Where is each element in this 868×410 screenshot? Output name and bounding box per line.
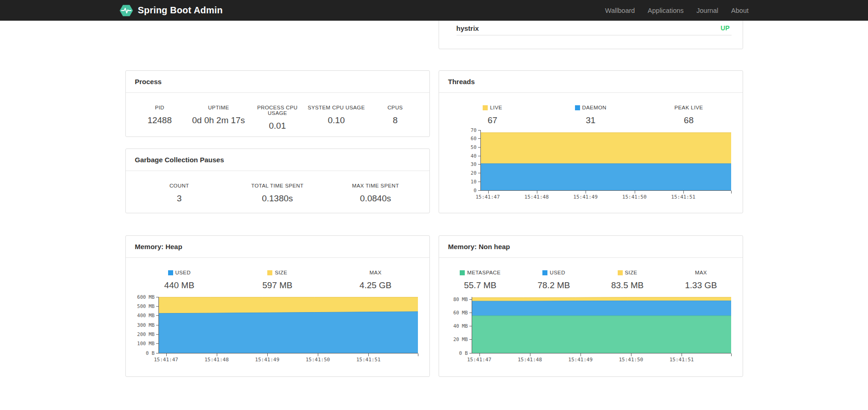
heap-card-title: Memory: Heap bbox=[135, 243, 182, 251]
y-axis-tick-label: 0 B bbox=[459, 351, 468, 356]
threads-card-title: Threads bbox=[448, 78, 475, 85]
metric-label: MAX bbox=[327, 270, 425, 275]
y-axis-tick-label: 600 MB bbox=[137, 295, 155, 300]
y-axis-tick-mark bbox=[156, 315, 159, 316]
right-column: hystrix UP Threads LIVE 67 bbox=[439, 21, 743, 377]
brand-link[interactable]: Spring Boot Admin bbox=[119, 4, 223, 17]
y-axis-tick-label: 20 MB bbox=[453, 337, 468, 342]
gc-card-title: Garbage Collection Pauses bbox=[135, 156, 224, 164]
brand-title: Spring Boot Admin bbox=[138, 5, 223, 16]
x-axis-tick-label: 15:41:51 bbox=[671, 194, 695, 200]
y-axis-tick-mark bbox=[478, 138, 481, 139]
x-axis-tick-label: 15:41:49 bbox=[573, 194, 597, 200]
legend-nonheap-max: MAX 1.33 GB bbox=[664, 270, 738, 290]
y-axis-tick-mark bbox=[478, 156, 481, 156]
y-axis-tick-label: 300 MB bbox=[137, 323, 155, 328]
y-axis-tick-label: 60 bbox=[471, 136, 477, 141]
metric-label: MAX bbox=[664, 270, 738, 275]
chart-plot-area: 0 B20 MB40 MB60 MB80 MB bbox=[472, 297, 731, 353]
legend-nonheap-size: SIZE 83.5 MB bbox=[591, 270, 664, 290]
y-axis-tick-mark bbox=[469, 339, 472, 340]
nav-item-about[interactable]: About bbox=[731, 7, 749, 14]
memory-nonheap-chart: 0 B20 MB40 MB60 MB80 MB 15:41:4715:41:48… bbox=[439, 297, 743, 364]
y-axis-tick-mark bbox=[478, 164, 481, 165]
legend-label: DAEMON bbox=[582, 105, 607, 110]
legend-label: USED bbox=[175, 270, 191, 275]
metric-label: USED bbox=[130, 270, 229, 275]
metric-gc-total-time: TOTAL TIME SPENT 0.1380s bbox=[228, 183, 327, 204]
x-axis-tick-label: 15:41:50 bbox=[305, 357, 330, 363]
application-name: hystrix bbox=[457, 24, 479, 32]
metric-pid: PID 12488 bbox=[130, 105, 189, 131]
threads-legend: LIVE 67 DAEMON 31 PEAK LIVE 68 bbox=[439, 93, 743, 125]
metric-gc-max-time: MAX TIME SPENT 0.0840s bbox=[327, 183, 425, 204]
y-axis-tick-mark bbox=[156, 334, 159, 335]
nonheap-legend: METASPACE 55.7 MB USED 78.2 MB SIZE bbox=[439, 258, 743, 290]
legend-threads-peak-live: PEAK LIVE 68 bbox=[640, 105, 738, 125]
y-axis-tick-mark bbox=[469, 299, 472, 300]
metric-value: 3 bbox=[130, 194, 229, 204]
x-axis-tick-label: 15:41:50 bbox=[619, 357, 643, 363]
area-chart-svg bbox=[481, 130, 731, 190]
metric-value: 0.0840s bbox=[327, 194, 425, 204]
application-row[interactable]: hystrix UP bbox=[439, 21, 743, 35]
x-axis-tick-mark bbox=[731, 191, 732, 194]
legend-heap-used: USED 440 MB bbox=[130, 270, 229, 290]
y-axis-tick-mark bbox=[156, 306, 159, 307]
gc-card-header: Garbage Collection Pauses bbox=[126, 149, 429, 171]
x-axis-tick-label: 15:41:49 bbox=[568, 357, 592, 363]
y-axis-tick-label: 200 MB bbox=[137, 332, 155, 337]
y-axis-tick-label: 100 MB bbox=[137, 341, 155, 346]
metric-value: 68 bbox=[640, 115, 738, 125]
nav-item-wallboard[interactable]: Wallboard bbox=[605, 7, 635, 14]
legend-heap-max: MAX 4.25 GB bbox=[327, 270, 425, 290]
metric-label: METASPACE bbox=[444, 270, 517, 275]
memory-heap-chart: 0 B100 MB200 MB300 MB400 MB500 MB600 MB … bbox=[126, 297, 429, 364]
threads-card-header: Threads bbox=[439, 71, 743, 93]
x-axis-tick-label: 15:41:49 bbox=[255, 357, 279, 363]
metric-value: 31 bbox=[541, 115, 640, 125]
navbar-inner: Spring Boot Admin Wallboard Applications… bbox=[119, 0, 749, 21]
nav-item-journal[interactable]: Journal bbox=[697, 7, 719, 14]
pulse-hexagon-icon bbox=[119, 4, 133, 17]
y-axis-tick-mark bbox=[156, 325, 159, 325]
area-chart-svg bbox=[159, 297, 418, 353]
chart-plot-column: 0 B20 MB40 MB60 MB80 MB 15:41:4715:41:48… bbox=[472, 297, 731, 364]
y-axis-tick-label: 0 bbox=[473, 188, 476, 193]
y-axis-tick-label: 20 bbox=[471, 171, 477, 176]
main-content: Process PID 12488 UPTIME 0d 0h 2m 17s PR… bbox=[125, 0, 743, 377]
chart-x-axis-labels: 15:41:4715:41:4815:41:4915:41:5015:41:51 bbox=[158, 353, 418, 364]
legend-swatch-size bbox=[267, 270, 272, 275]
metric-value: 78.2 MB bbox=[517, 280, 591, 290]
metric-label: COUNT bbox=[130, 183, 229, 188]
threads-area-chart: 010203040506070 15:41:4715:41:4815:41:49… bbox=[439, 130, 743, 201]
nav-item-applications[interactable]: Applications bbox=[648, 7, 683, 14]
y-axis-tick-label: 0 B bbox=[146, 351, 155, 356]
metric-label: UPTIME bbox=[189, 105, 248, 110]
x-axis-tick-label: 15:41:47 bbox=[475, 194, 500, 200]
nonheap-card-title: Memory: Non heap bbox=[448, 243, 510, 251]
legend-label: SIZE bbox=[275, 270, 287, 275]
x-axis-tick-label: 15:41:51 bbox=[670, 357, 694, 363]
series-area-metaspace bbox=[472, 316, 731, 353]
metric-uptime: UPTIME 0d 0h 2m 17s bbox=[189, 105, 248, 131]
x-axis-tick-label: 15:41:47 bbox=[467, 357, 491, 363]
metric-label: PID bbox=[130, 105, 189, 110]
chart-plot-column: 0 B100 MB200 MB300 MB400 MB500 MB600 MB … bbox=[158, 297, 418, 364]
legend-threads-live: LIVE 67 bbox=[444, 105, 542, 125]
y-axis-tick-mark bbox=[478, 130, 481, 131]
gc-pauses-card: Garbage Collection Pauses COUNT 3 TOTAL … bbox=[125, 148, 430, 213]
chart-plot-column: 010203040506070 15:41:4715:41:4815:41:49… bbox=[480, 130, 731, 201]
legend-swatch-live bbox=[483, 105, 488, 110]
metric-process-cpu-usage: PROCESS CPU USAGE 0.01 bbox=[248, 105, 307, 131]
process-card: Process PID 12488 UPTIME 0d 0h 2m 17s PR… bbox=[125, 70, 430, 137]
y-axis-tick-label: 40 MB bbox=[453, 324, 468, 329]
metric-label: DAEMON bbox=[541, 105, 640, 110]
y-axis-tick-mark bbox=[478, 182, 481, 182]
legend-swatch-used bbox=[542, 270, 547, 275]
metric-label: SIZE bbox=[591, 270, 664, 275]
metric-value: 83.5 MB bbox=[591, 280, 664, 290]
chart-x-axis-labels: 15:41:4715:41:4815:41:4915:41:5015:41:51 bbox=[480, 191, 731, 201]
process-card-title: Process bbox=[135, 78, 162, 85]
legend-label: METASPACE bbox=[467, 270, 501, 275]
